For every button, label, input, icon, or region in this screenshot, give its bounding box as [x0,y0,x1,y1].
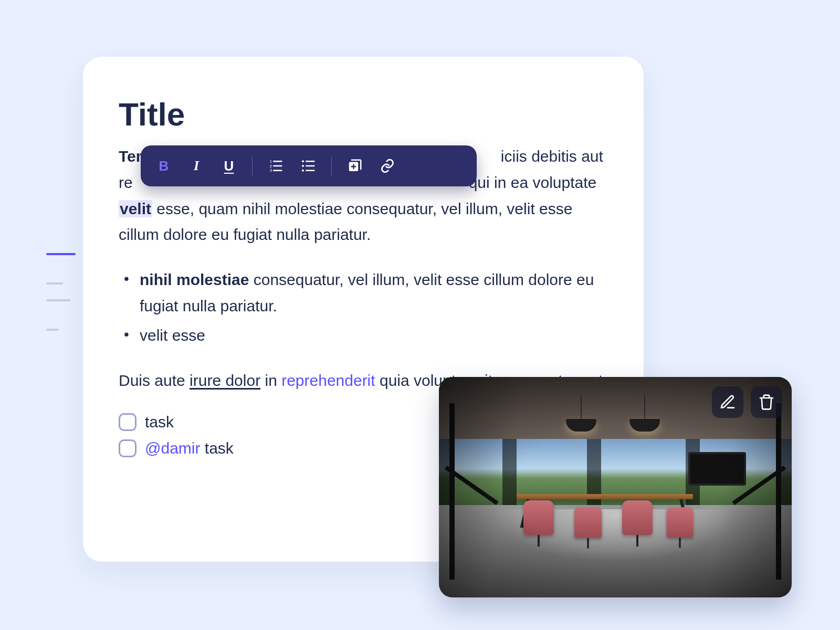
ordered-list-button[interactable]: 1 2 3 [263,153,288,178]
list-item[interactable]: nihil molestiae consequatur, vel illum, … [119,267,608,319]
svg-point-8 [302,170,304,172]
mention[interactable]: @damir [145,439,200,457]
add-block-button[interactable] [342,153,368,178]
formatting-toolbar: B I U 1 2 3 [141,145,477,186]
body-text: esse, quam nihil molestiae consequatur, … [119,200,572,244]
italic-button[interactable]: I [184,153,209,178]
link-button[interactable] [375,153,400,178]
outline-line[interactable] [46,299,70,301]
bulleted-list[interactable]: nihil molestiae consequatur, vel illum, … [119,267,608,348]
list-item[interactable]: velit esse [119,322,608,349]
underlined-text: irure dolor [190,372,260,389]
svg-text:2: 2 [270,164,272,169]
outline-line[interactable] [46,329,59,331]
link-text[interactable]: reprehenderit [281,372,375,389]
outline-minimap[interactable] [46,253,76,331]
image-actions [712,386,782,418]
bold-text: nihil molestiae [140,271,249,288]
document-title[interactable]: Title [119,96,608,133]
body-text: velit esse [140,327,205,344]
body-text: in [260,372,281,389]
body-text: Duis aute [119,372,190,389]
task-label: task [145,413,174,431]
highlighted-text: velit [119,200,152,217]
bold-button[interactable]: B [151,153,176,178]
svg-point-6 [302,160,304,162]
svg-point-7 [302,165,304,167]
edit-image-button[interactable] [712,386,743,418]
task-checkbox[interactable] [119,439,136,457]
svg-text:1: 1 [270,159,272,164]
outline-line[interactable] [46,282,63,285]
toolbar-divider [331,156,332,175]
outline-line-active[interactable] [46,253,76,255]
delete-image-button[interactable] [751,386,782,418]
svg-text:3: 3 [270,168,272,173]
underline-button[interactable]: U [216,153,242,178]
body-text: qui in ea voluptate [469,174,597,191]
task-label: task [200,439,233,457]
image-attachment[interactable] [439,377,792,597]
unordered-list-button[interactable] [296,153,321,178]
toolbar-divider [252,156,253,175]
task-checkbox[interactable] [119,413,136,431]
